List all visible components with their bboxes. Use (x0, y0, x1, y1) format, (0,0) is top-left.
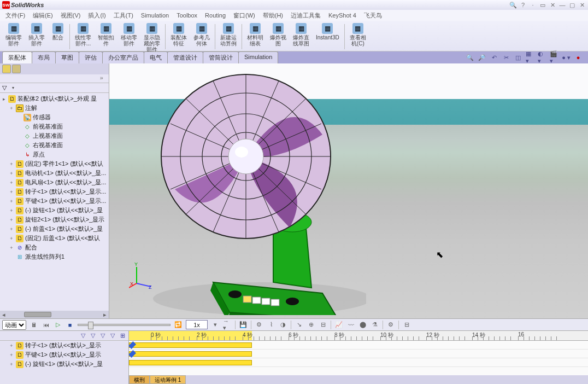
result-icon[interactable]: 📈 (334, 321, 343, 329)
ribbon-button[interactable]: ▦配合 (48, 22, 68, 42)
expand-icon[interactable]: + (9, 106, 14, 111)
tree-h-scrollbar[interactable]: ◂ ▸ (0, 311, 109, 318)
command-tab[interactable]: 办公室产品 (102, 51, 144, 63)
tl-tab-study[interactable]: 运动筹例 1 (150, 375, 186, 384)
tree-item[interactable]: +🗋转子<1> (默认<<默认>_显示... (1, 187, 108, 196)
menu-item[interactable]: Simulation (138, 11, 172, 20)
expand-icon[interactable]: + (9, 161, 14, 167)
tree-item[interactable]: +🗋(固定) 零件1<1> (默认<<默认 (1, 159, 108, 168)
playback-speed-input[interactable] (186, 320, 208, 329)
mass-icon[interactable]: ⬤ (358, 321, 367, 329)
command-tab[interactable]: 电气 (144, 51, 168, 63)
close2-icon[interactable]: ✕ (578, 1, 586, 9)
save-anim-icon[interactable]: 💾 (239, 321, 248, 329)
expand-icon[interactable]: + (9, 226, 14, 232)
ribbon-button[interactable]: ▦线性零部件... (72, 22, 95, 48)
menu-item[interactable]: 文件(F) (2, 10, 28, 21)
help-icon[interactable]: ? (519, 1, 527, 9)
search-icon[interactable]: 🔍 (509, 1, 517, 9)
ribbon-button[interactable]: ▦智能扣件 (95, 22, 117, 48)
expand-icon[interactable]: + (9, 343, 14, 348)
expand-icon[interactable]: + (9, 236, 14, 241)
tree-item[interactable]: +🗋旋钮2<1> (默认<<默认>_显示 (1, 215, 108, 224)
calculate-icon[interactable]: 🖩 (30, 321, 38, 329)
view-orient-icon[interactable]: ◫ (514, 53, 522, 62)
timeline-tree-item[interactable]: +🗋平键<1> (默认<<默认>_显示 (1, 350, 127, 359)
feature-tab-icon[interactable] (2, 65, 11, 73)
tree-item[interactable]: +🗋电风扇<1> (默认<<默认>_显... (1, 178, 108, 187)
tl-filter-icon[interactable]: ▽ (79, 332, 87, 340)
expand-icon[interactable]: + (9, 208, 14, 213)
menu-item[interactable]: 编辑(E) (30, 10, 56, 21)
tree-root[interactable]: ▸ 🗋 装配体2 (默认<默认>_外观 显 (1, 94, 108, 103)
expand-icon[interactable]: + (9, 362, 14, 367)
prev-view-icon[interactable]: ↶ (490, 53, 498, 62)
menu-item[interactable]: Toolbox (173, 11, 201, 20)
motion-mode-select[interactable]: 动画 (2, 320, 26, 330)
graphics-viewport[interactable]: Y X Z ⬉ (109, 63, 588, 318)
command-tab[interactable]: 管筒设计 (203, 51, 239, 63)
tree-item[interactable]: +🗋平键<1> (默认<<默认>_显示... (1, 196, 108, 206)
ribbon-button[interactable]: ▦装配体特征 (167, 22, 190, 48)
tree-item[interactable]: +🗋(-) 前盖<1> (默认<<默认>_显 (1, 224, 108, 234)
tree-item[interactable]: +🗋(固定) 后盖<1> (默认<<默认 (1, 234, 108, 243)
tl-filter2-icon[interactable]: ▽ (89, 332, 97, 340)
command-tab[interactable]: Simulation (238, 51, 278, 63)
ribbon-button[interactable]: ▦爆炸直线草图 (290, 22, 313, 48)
appearance-icon[interactable]: ● ▾ (562, 53, 571, 62)
menu-item[interactable]: Routing (202, 11, 229, 20)
expand-icon[interactable]: + (9, 352, 14, 358)
expand-icon[interactable]: + (9, 189, 14, 195)
collapse-icon[interactable]: ⊟ (402, 321, 411, 329)
timeline-tracks[interactable]: 0 秒2 秒4 秒6 秒8 秒10 秒12 秒14 秒16 横刑 运动筹例 1 (129, 331, 588, 384)
ribbon-button[interactable]: ▦材料明细表 (244, 22, 267, 48)
direction-icon[interactable]: → ▾ (223, 321, 232, 329)
damper-icon[interactable]: ⊟ (319, 321, 327, 329)
expand-icon[interactable]: + (9, 245, 14, 251)
ribbon-button[interactable]: ▦移动零部件 (117, 22, 140, 48)
feature-tree[interactable]: ▸ 🗋 装配体2 (默认<默认>_外观 显 +🗀注解📡传感器◇前视基准面◇上视基… (0, 93, 109, 311)
ribbon-button[interactable]: ▦查看相机(C) (346, 22, 369, 48)
menu-item[interactable]: 视图(V) (57, 10, 84, 21)
tl-expand-icon[interactable]: ⊞ (119, 332, 126, 340)
tl-filter4-icon[interactable]: ▽ (109, 332, 116, 340)
tree-item[interactable]: +🗀注解 (1, 103, 108, 113)
zoom-area-icon[interactable]: 🔎 (478, 53, 486, 62)
max2-icon[interactable]: ▢ (568, 1, 576, 9)
contact-icon[interactable]: ◑ (279, 321, 287, 329)
time-slider[interactable] (78, 324, 170, 326)
tree-item[interactable]: ◇前视基准面 (1, 122, 108, 131)
hide-show-icon[interactable]: ◐ ▾ (538, 53, 546, 62)
ribbon-button[interactable]: ▦参考几何体 (190, 22, 213, 48)
expand-icon[interactable]: + (9, 199, 14, 204)
tree-item[interactable]: ◇上视基准面 (1, 131, 108, 141)
menu-item[interactable]: 飞天鸟 (361, 10, 385, 21)
render-icon[interactable]: ● (574, 53, 583, 62)
restore-icon[interactable]: ▭ (539, 1, 546, 9)
close-icon[interactable]: ✕ (549, 1, 556, 9)
min2-icon[interactable]: — (558, 1, 566, 9)
display-style-icon[interactable]: ▦ ▾ (526, 53, 534, 62)
tree-item[interactable]: 📡传感器 (1, 113, 108, 122)
menu-item[interactable]: KeyShot 4 (325, 11, 360, 20)
ribbon-button[interactable]: ▦插入零部件 (25, 22, 48, 48)
menu-item[interactable]: 插入(I) (85, 10, 109, 21)
tl-tab-model[interactable]: 横刑 (129, 375, 150, 384)
ribbon-button[interactable]: ▦编辑零部件 (2, 22, 25, 48)
plot-icon[interactable]: 〰 (346, 321, 355, 329)
force-icon[interactable]: ↘ (295, 321, 303, 329)
menu-item[interactable]: 迈迪工具集 (287, 10, 324, 21)
property-tab-icon[interactable] (12, 65, 21, 73)
tree-item[interactable]: +🗋(-) 旋钮<1> (默认<<默认>_显 (1, 206, 108, 215)
tree-item[interactable]: +⊘配合 (1, 243, 108, 252)
scene-icon[interactable]: 🎬 ▾ (550, 53, 558, 62)
expand-icon[interactable]: + (9, 180, 14, 185)
filter-dropdown-icon[interactable]: ▾ (12, 85, 14, 90)
menu-item[interactable]: 工具(T) (110, 10, 137, 21)
expand-icon[interactable]: + (9, 171, 14, 176)
tl-filter3-icon[interactable]: ▽ (99, 332, 107, 340)
sim-icon[interactable]: ⚗ (371, 321, 379, 329)
command-tab[interactable]: 布局 (32, 51, 56, 63)
timeline-ruler[interactable]: 0 秒2 秒4 秒6 秒8 秒10 秒12 秒14 秒16 (129, 331, 588, 341)
command-tab[interactable]: 管道设计 (167, 51, 203, 63)
